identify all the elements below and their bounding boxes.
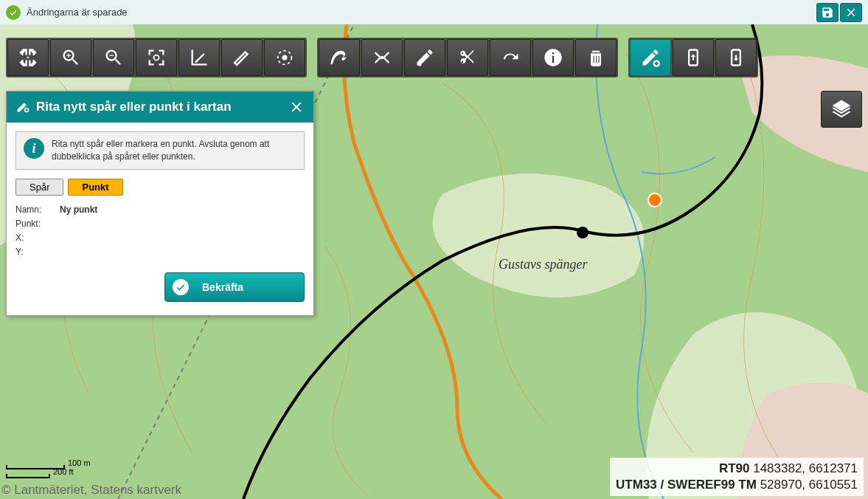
point-label: Punkt: bbox=[15, 217, 60, 231]
status-message: Ändringarna är sparade bbox=[27, 7, 128, 18]
info-box: i Rita nytt spår eller markera en punkt.… bbox=[15, 131, 305, 170]
utm-value: 528970, 6610551 bbox=[760, 478, 858, 492]
x-label: X: bbox=[15, 231, 60, 245]
layers-button[interactable] bbox=[821, 91, 862, 128]
export-device-tool[interactable] bbox=[673, 39, 714, 76]
draw-freehand-tool[interactable] bbox=[319, 39, 360, 76]
zoom-in-tool[interactable] bbox=[50, 39, 91, 76]
redo-tool[interactable] bbox=[490, 39, 531, 76]
measure-angle-tool[interactable] bbox=[178, 39, 220, 76]
edit-point-tool[interactable] bbox=[404, 39, 445, 76]
name-value: Ny punkt bbox=[60, 203, 97, 217]
svg-point-3 bbox=[648, 193, 662, 207]
draw-icon bbox=[15, 99, 30, 114]
dialog-header[interactable]: Rita nytt spår eller punkt i kartan bbox=[7, 92, 313, 123]
select-tool[interactable] bbox=[264, 39, 305, 76]
info-text: Rita nytt spår eller markera en punkt. A… bbox=[52, 138, 296, 163]
info-icon: i bbox=[24, 138, 44, 159]
measure-distance-tool[interactable] bbox=[221, 39, 263, 76]
save-button[interactable] bbox=[816, 3, 839, 22]
tab-point[interactable]: Punkt bbox=[68, 179, 122, 196]
rt90-value: 1483382, 6612371 bbox=[753, 461, 858, 475]
merge-tool[interactable] bbox=[361, 39, 403, 76]
import-device-tool[interactable] bbox=[715, 39, 757, 76]
scale-metric: 100 m bbox=[68, 458, 91, 467]
check-icon bbox=[173, 279, 189, 295]
svg-point-9 bbox=[418, 63, 422, 66]
pan-tool[interactable] bbox=[7, 39, 49, 76]
name-label: Namn: bbox=[15, 203, 60, 217]
svg-point-6 bbox=[282, 55, 288, 61]
scale-imperial: 200 ft bbox=[53, 467, 74, 476]
draw-new-tool[interactable] bbox=[630, 39, 671, 76]
dialog-title: Rita nytt spår eller punkt i kartan bbox=[36, 99, 288, 115]
rt90-label: RT90 bbox=[719, 461, 750, 475]
delete-tool[interactable] bbox=[575, 39, 617, 76]
close-button[interactable] bbox=[840, 3, 862, 22]
map-toolbar bbox=[6, 38, 758, 78]
place-label: Gustavs spänger bbox=[499, 257, 588, 272]
status-bar: Ändringarna är sparade bbox=[0, 0, 868, 24]
success-icon bbox=[6, 5, 21, 20]
zoom-out-tool[interactable] bbox=[93, 39, 134, 76]
draw-dialog: Rita nytt spår eller punkt i kartan i Ri… bbox=[6, 91, 314, 316]
y-label: Y: bbox=[15, 245, 60, 259]
svg-point-5 bbox=[154, 55, 159, 61]
scale-bar: 100 m 200 ft bbox=[6, 461, 91, 478]
confirm-label: Bekräfta bbox=[202, 281, 243, 293]
coordinates-box: RT90 1483382, 6612371 UTM33 / SWEREF99 T… bbox=[610, 458, 864, 496]
utm-label: UTM33 / SWEREF99 TM bbox=[616, 478, 757, 492]
tab-track[interactable]: Spår bbox=[15, 179, 63, 196]
svg-point-8 bbox=[381, 56, 384, 60]
cut-tool[interactable] bbox=[447, 39, 488, 76]
map-canvas[interactable]: Gustavs spänger bbox=[0, 24, 868, 499]
svg-point-2 bbox=[577, 227, 588, 238]
dialog-close-button[interactable] bbox=[288, 99, 305, 115]
confirm-button[interactable]: Bekräfta bbox=[164, 272, 305, 302]
svg-point-4 bbox=[27, 57, 29, 58]
info-tool[interactable] bbox=[532, 39, 574, 76]
form-rows: Namn:Ny punkt Punkt: X: Y: bbox=[15, 203, 305, 260]
map-attribution: © Lantmäteriet, Statens kartverk bbox=[1, 483, 181, 498]
zoom-extent-tool[interactable] bbox=[136, 39, 177, 76]
